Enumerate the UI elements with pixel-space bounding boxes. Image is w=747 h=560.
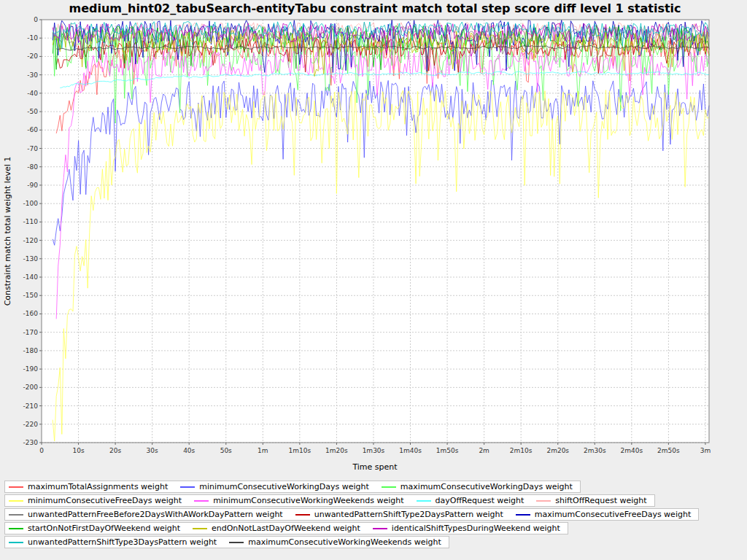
x-tick-label: 2m10s [510,447,533,454]
legend-line-icon [515,511,531,518]
y-tick-label: -210 [23,402,39,410]
y-tick-label: -100 [23,200,39,207]
legend-item-label: startOnNotFirstDayOfWeekend weight [28,524,180,533]
legend-item: maximumConsecutiveFreeDays weight [515,510,691,519]
legend-line-icon [381,483,397,491]
legend-line-icon [295,511,311,518]
y-tick-label: -60 [27,126,38,133]
legend-item-label: minimumConsecutiveWorkingWeekends weight [213,496,403,505]
y-tick-label: -10 [27,34,38,42]
y-tick-label: -40 [27,90,38,97]
x-tick-label: 1m40s [399,447,422,454]
x-tick-label: 1m [258,447,268,454]
legend-line-icon [193,497,209,505]
y-axis-label: Constraint match total weight level 1 [3,157,12,306]
y-tick-label: -160 [23,310,39,317]
x-tick-label: 50s [220,447,232,454]
x-tick-label: 2m30s [584,447,606,454]
y-tick-label: -170 [23,329,39,336]
legend-item-label: unwantedPatternFreeBefore2DaysWithAWorkD… [28,510,283,519]
x-tick-label: 0 [39,447,44,454]
legend-item: unwantedPatternShiftType2DaysPattern wei… [295,510,503,519]
legend-item: dayOffRequest weight [416,496,525,505]
chart-title: medium_hint02_tabuSearch-entityTabu cons… [69,1,681,15]
legend-row: maximumTotalAssignments weightminimumCon… [4,481,581,493]
legend-item: endOnNotLastDayOfWeekend weight [192,524,360,533]
legend-row: unwantedPatternFreeBefore2DaysWithAWorkD… [4,508,699,521]
legend-row: unwantedPatternShiftType3DaysPattern wei… [4,536,449,548]
legend-item-label: maximumConsecutiveFreeDays weight [535,510,691,519]
x-tick-label: 30s [147,447,158,454]
legend-item-label: maximumTotalAssignments weight [28,482,168,491]
legend-item-label: minimumConsecutiveFreeDays weight [28,496,182,505]
legend-item-label: maximumConsecutiveWorkingDays weight [400,482,573,491]
x-tick-label: 1m10s [289,447,311,454]
x-tick-label: 10s [72,447,84,454]
y-tick-label: -120 [23,237,39,244]
legend-item: minimumConsecutiveFreeDays weight [8,496,182,505]
x-tick-label: 20s [109,447,121,454]
y-tick-label: -200 [23,384,39,391]
legend-line-icon [372,525,388,532]
legend-line-icon [535,497,551,505]
y-tick-label: -130 [23,255,39,262]
plot-area [42,20,709,443]
legend-item-label: shiftOffRequest weight [555,496,646,505]
legend-item: maximumTotalAssignments weight [8,482,168,491]
y-tick-label: -80 [27,163,38,171]
legend-item: minimumConsecutiveWorkingWeekends weight [193,496,403,505]
legend-item-label: maximumConsecutiveWorkingWeekends weight [248,537,441,547]
x-axis-label: Time spent [352,462,398,472]
legend-item-label: unwantedPatternShiftType2DaysPattern wei… [314,510,503,519]
legend-item-label: dayOffRequest weight [436,496,525,505]
x-tick-label: 1m20s [325,447,348,454]
y-tick-label: -110 [23,218,39,225]
legend-item: maximumConsecutiveWorkingDays weight [381,482,573,491]
legend-row: minimumConsecutiveFreeDays weightminimum… [4,494,655,507]
legend-row: startOnNotFirstDayOfWeekend weightendOnN… [4,522,568,534]
y-tick-label: -70 [27,145,38,152]
y-tick-label: -230 [23,439,39,446]
legend-item: identicalShiftTypesDuringWeekend weight [372,524,560,533]
x-tick-label: 2m50s [657,447,680,454]
legend-item: minimumConsecutiveWorkingDays weight [179,482,369,491]
legend-item-label: identicalShiftTypesDuringWeekend weight [392,524,560,533]
legend-line-icon [8,539,24,546]
legend-line-icon [8,483,24,491]
y-tick-label: -190 [23,365,39,373]
legend-item: unwantedPatternFreeBefore2DaysWithAWorkD… [8,510,283,519]
y-tick-label: -30 [27,71,38,79]
x-tick-label: 1m30s [363,447,385,454]
legend-item-label: minimumConsecutiveWorkingDays weight [199,482,369,491]
legend-item: unwantedPatternShiftType3DaysPattern wei… [8,537,217,547]
y-tick-label: -20 [27,52,38,60]
y-tick-label: -150 [23,292,39,299]
x-tick-label: 2m [479,447,489,454]
legend-line-icon [8,497,24,505]
x-tick-label: 40s [183,447,195,454]
x-tick-label: 1m50s [436,447,459,454]
y-tick-label: -90 [27,182,38,189]
y-tick-label: -140 [23,273,39,281]
legend-line-icon [228,539,244,546]
y-tick-label: -50 [27,108,38,115]
legend-item: startOnNotFirstDayOfWeekend weight [8,524,180,533]
legend-item-label: unwantedPatternShiftType3DaysPattern wei… [28,537,217,547]
legend: maximumTotalAssignments weightminimumCon… [0,478,747,548]
chart-canvas: medium_hint02_tabuSearch-entityTabu cons… [0,0,747,475]
legend-line-icon [8,511,24,518]
legend-line-icon [192,525,208,532]
legend-line-icon [416,497,432,505]
legend-line-icon [179,483,196,491]
legend-item-label: endOnNotLastDayOfWeekend weight [212,524,360,533]
x-tick-label: 2m40s [621,447,643,454]
x-tick-label: 3m [700,447,711,454]
y-tick-label: -180 [23,347,39,354]
legend-item: maximumConsecutiveWorkingWeekends weight [228,537,441,547]
legend-item: shiftOffRequest weight [535,496,646,505]
y-tick-label: -220 [23,421,39,428]
x-tick-label: 2m20s [546,447,569,454]
y-tick-label: 0 [34,16,38,23]
legend-line-icon [8,525,24,532]
